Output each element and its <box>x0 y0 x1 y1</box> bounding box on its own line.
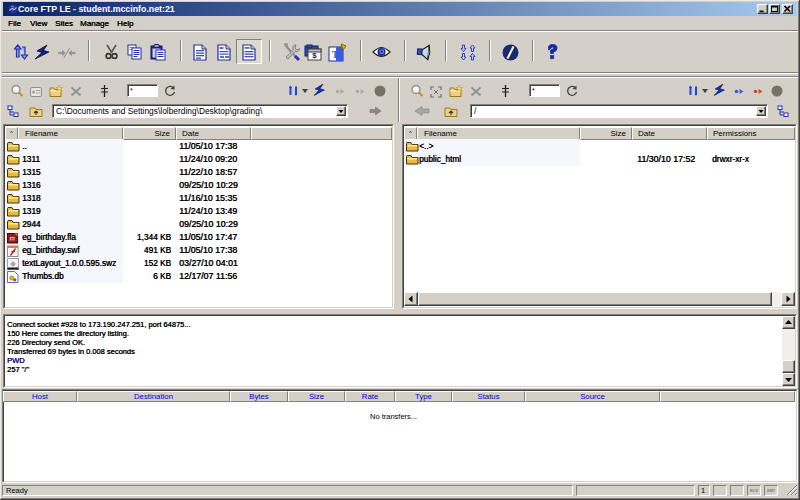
svg-text:T: T <box>332 49 339 60</box>
svg-text:$: $ <box>312 51 317 60</box>
